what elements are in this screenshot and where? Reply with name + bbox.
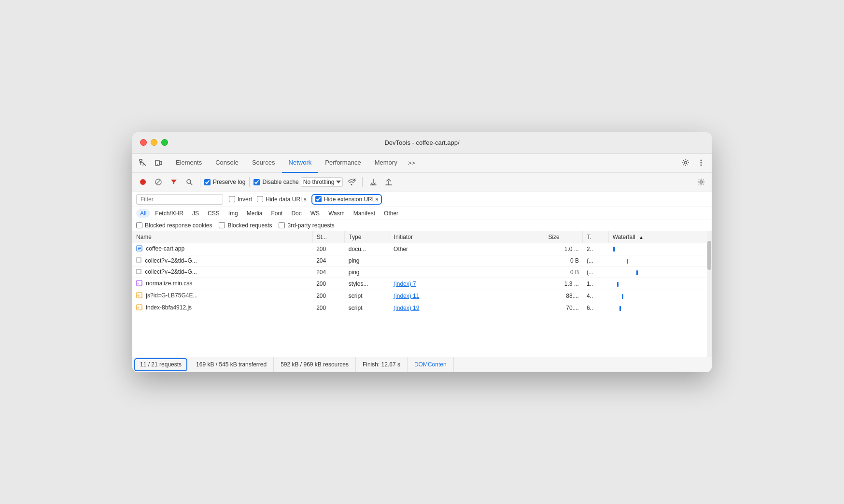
type-filter-wasm[interactable]: Wasm <box>324 209 349 218</box>
search-button[interactable] <box>183 175 196 189</box>
initiator-link[interactable]: (index):19 <box>394 305 419 311</box>
col-header-type[interactable]: Type <box>345 231 390 243</box>
cell-name: collect?v=2&tid=G... <box>132 255 312 266</box>
cell-type: script <box>345 290 390 302</box>
tab-memory[interactable]: Memory <box>368 154 404 173</box>
col-header-name[interactable]: Name <box>132 231 312 243</box>
tab-elements[interactable]: Elements <box>169 154 209 173</box>
tab-sources[interactable]: Sources <box>245 154 282 173</box>
tab-icon-group <box>136 156 165 169</box>
initiator-text: Other <box>394 246 408 252</box>
minimize-button[interactable] <box>151 139 157 146</box>
initiator-link[interactable]: (index):11 <box>394 293 419 299</box>
disable-cache-checkbox[interactable] <box>253 179 260 185</box>
clear-button[interactable] <box>152 175 165 189</box>
type-filter-fetch[interactable]: Fetch/XHR <box>151 209 187 218</box>
cell-time: (... <box>583 266 608 278</box>
type-filter-font[interactable]: Font <box>267 209 286 218</box>
record-button[interactable] <box>136 175 150 189</box>
type-filter-media[interactable]: Media <box>243 209 267 218</box>
tabs-right-icons <box>679 156 708 169</box>
cell-status: 200 <box>312 243 345 255</box>
filter-button[interactable] <box>167 175 181 189</box>
hide-extension-urls-label[interactable]: Hide extension URLs <box>315 196 379 203</box>
cell-time: 1.. <box>583 278 608 290</box>
filter-input[interactable] <box>136 194 223 205</box>
initiator-link[interactable]: (index):7 <box>394 280 416 287</box>
disable-cache-label[interactable]: Disable cache <box>253 179 298 185</box>
type-filter-all[interactable]: All <box>136 209 150 218</box>
blocked-requests-label[interactable]: Blocked requests <box>219 222 272 229</box>
table-row[interactable]: ⊙ js?id=G-LB75G4E... 200 script (index):… <box>132 290 712 302</box>
filter-row: Invert Hide data URLs Hide extension URL… <box>132 192 712 207</box>
inspect-icon-button[interactable] <box>136 156 150 169</box>
col-header-waterfall[interactable]: Waterfall ▲ <box>608 231 711 243</box>
svg-text:⊙: ⊙ <box>137 306 140 310</box>
scrollbar-thumb[interactable] <box>707 241 711 270</box>
invert-checkbox[interactable] <box>229 196 235 202</box>
tab-network[interactable]: Network <box>282 154 319 173</box>
maximize-button[interactable] <box>161 139 168 146</box>
resource-icon <box>136 257 141 264</box>
settings-button[interactable] <box>679 156 692 169</box>
cell-initiator <box>390 255 544 266</box>
preserve-log-label[interactable]: Preserve log <box>204 179 245 185</box>
throttle-select[interactable]: No throttling Fast 3G Slow 3G Offline <box>301 177 343 187</box>
status-domcontent: DOMConten <box>408 357 454 372</box>
hide-extension-urls-checkbox[interactable] <box>315 196 322 202</box>
close-button[interactable] <box>140 139 147 146</box>
wifi-icon-button[interactable] <box>345 175 358 189</box>
third-party-checkbox[interactable] <box>279 222 285 228</box>
hide-data-urls-label[interactable]: Hide data URLs <box>257 196 307 203</box>
network-settings-button[interactable] <box>694 175 708 189</box>
blocked-requests-checkbox[interactable] <box>219 222 225 228</box>
preserve-log-checkbox[interactable] <box>204 179 211 185</box>
tab-more-button[interactable]: >> <box>404 153 419 172</box>
cell-status: 200 <box>312 290 345 302</box>
table-body: coffee-cart.app 200 docu... Other 1.0 ..… <box>132 243 712 314</box>
svg-point-7 <box>701 165 702 166</box>
col-header-time[interactable]: T. <box>583 231 608 243</box>
more-options-button[interactable] <box>694 156 708 169</box>
cell-name: ⊙ js?id=G-LB75G4E... <box>132 290 312 302</box>
cell-type: styles... <box>345 278 390 290</box>
blocked-cookies-label[interactable]: Blocked response cookies <box>136 222 212 229</box>
export-har-button[interactable] <box>382 175 395 189</box>
table-row[interactable]: ⊙ index-8bfa4912.js 200 script (index):1… <box>132 302 712 314</box>
device-toolbar-button[interactable] <box>152 156 165 169</box>
window-title: DevTools - coffee-cart.app/ <box>384 139 459 146</box>
cell-name: ⊙ index-8bfa4912.js <box>132 302 312 314</box>
cell-size: 70.... <box>544 302 583 314</box>
invert-label[interactable]: Invert <box>229 196 252 203</box>
svg-line-10 <box>156 180 160 184</box>
cell-type: ping <box>345 266 390 278</box>
third-party-label[interactable]: 3rd-party requests <box>279 222 334 229</box>
table-row[interactable]: collect?v=2&tid=G... 204 ping 0 B (... <box>132 255 712 266</box>
hide-data-urls-checkbox[interactable] <box>257 196 263 202</box>
table-row[interactable]: ✎ normalize.min.css 200 styles... (index… <box>132 278 712 290</box>
cell-waterfall <box>608 266 711 278</box>
import-har-button[interactable] <box>366 175 380 189</box>
devtools-window: DevTools - coffee-cart.app/ <box>132 132 712 372</box>
col-header-status[interactable]: St... <box>312 231 345 243</box>
type-filter-css[interactable]: CSS <box>204 209 224 218</box>
svg-text:✎: ✎ <box>137 281 140 286</box>
col-header-initiator[interactable]: Initiator <box>390 231 544 243</box>
blocked-cookies-checkbox[interactable] <box>136 222 142 228</box>
svg-rect-0 <box>140 159 142 161</box>
cell-size: 1.0 ... <box>544 243 583 255</box>
type-filter-manifest[interactable]: Manifest <box>350 209 379 218</box>
col-header-size[interactable]: Size <box>544 231 583 243</box>
table-row[interactable]: collect?v=2&tid=G... 204 ping 0 B (... <box>132 266 712 278</box>
type-filter-img[interactable]: Img <box>225 209 242 218</box>
type-filter-doc[interactable]: Doc <box>287 209 305 218</box>
cell-name: coffee-cart.app <box>132 243 312 255</box>
type-filter-js[interactable]: JS <box>188 209 203 218</box>
tab-console[interactable]: Console <box>209 154 245 173</box>
cell-waterfall <box>608 302 711 314</box>
tab-performance[interactable]: Performance <box>318 154 367 173</box>
type-filter-other[interactable]: Other <box>380 209 402 218</box>
table-row[interactable]: coffee-cart.app 200 docu... Other 1.0 ..… <box>132 243 712 255</box>
type-filter-ws[interactable]: WS <box>307 209 324 218</box>
resource-icon: ⊙ <box>136 292 142 300</box>
